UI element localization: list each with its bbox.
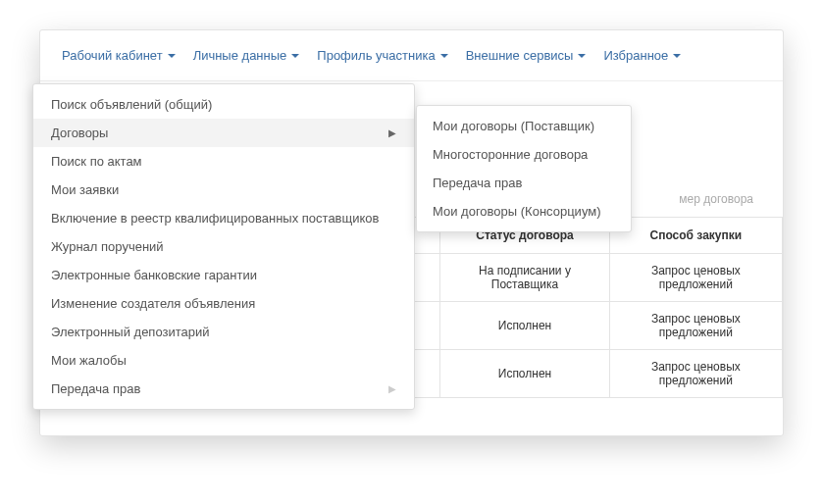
search-input[interactable]: мер договора bbox=[679, 192, 753, 206]
cell-contract-status: На подписании у Поставщика bbox=[440, 254, 609, 302]
cell-purchase-method: Запрос ценовых предложений bbox=[609, 254, 782, 302]
chevron-down-icon bbox=[440, 54, 448, 58]
nav-label: Избранное bbox=[603, 48, 668, 63]
menu-item-change-creator[interactable]: Изменение создателя объявления bbox=[33, 289, 414, 318]
menu-item-qualified-suppliers[interactable]: Включение в реестр квалифицированных пос… bbox=[33, 204, 414, 232]
cell-purchase-method: Запрос ценовых предложений bbox=[609, 350, 782, 398]
nav-external-services[interactable]: Внешние сервисы bbox=[466, 48, 587, 63]
chevron-down-icon bbox=[168, 54, 176, 58]
nav-participant-profile[interactable]: Профиль участника bbox=[317, 48, 447, 63]
submenu-rights-transfer[interactable]: Передача прав bbox=[417, 169, 631, 197]
cell-contract-status: Исполнен bbox=[440, 350, 609, 398]
chevron-down-icon bbox=[578, 54, 586, 58]
cell-purchase-method: Запрос ценовых предложений bbox=[609, 302, 782, 350]
contracts-submenu: Мои договоры (Поставщик) Многосторонние … bbox=[416, 105, 632, 232]
nav-label: Внешние сервисы bbox=[466, 48, 574, 63]
submenu-multilateral-contracts[interactable]: Многосторонние договора bbox=[417, 140, 631, 169]
menu-item-rights-transfer[interactable]: Передача прав ▶ bbox=[33, 375, 414, 403]
nav-favorites[interactable]: Избранное bbox=[603, 48, 681, 63]
menu-item-search-acts[interactable]: Поиск по актам bbox=[33, 147, 414, 176]
menu-item-my-applications[interactable]: Мои заявки bbox=[33, 176, 414, 204]
menu-item-depositary[interactable]: Электронный депозитарий bbox=[33, 318, 414, 346]
menu-item-bank-guarantees[interactable]: Электронные банковские гарантии bbox=[33, 261, 414, 289]
cell-contract-status: Исполнен bbox=[440, 302, 609, 350]
menu-item-search-announcements[interactable]: Поиск объявлений (общий) bbox=[33, 90, 414, 119]
chevron-right-icon: ▶ bbox=[388, 127, 396, 138]
chevron-right-icon: ▶ bbox=[388, 383, 396, 394]
top-nav: Рабочий кабинет Личные данные Профиль уч… bbox=[40, 30, 783, 81]
nav-label: Профиль участника bbox=[317, 48, 435, 63]
chevron-down-icon bbox=[291, 54, 299, 58]
nav-label: Рабочий кабинет bbox=[62, 48, 163, 63]
chevron-down-icon bbox=[673, 54, 681, 58]
header-purchase-method: Способ закупки bbox=[609, 218, 782, 254]
menu-item-orders-journal[interactable]: Журнал поручений bbox=[33, 232, 414, 261]
submenu-my-contracts-consortium[interactable]: Мои договоры (Консорциум) bbox=[417, 197, 631, 226]
nav-work-cabinet[interactable]: Рабочий кабинет bbox=[62, 48, 176, 63]
submenu-my-contracts-supplier[interactable]: Мои договоры (Поставщик) bbox=[417, 112, 631, 140]
nav-label: Личные данные bbox=[193, 48, 287, 63]
nav-personal-data[interactable]: Личные данные bbox=[193, 48, 300, 63]
work-cabinet-dropdown: Поиск объявлений (общий) Договоры ▶ Поис… bbox=[32, 83, 415, 410]
menu-item-complaints[interactable]: Мои жалобы bbox=[33, 346, 414, 375]
menu-item-contracts[interactable]: Договоры ▶ bbox=[33, 119, 414, 147]
